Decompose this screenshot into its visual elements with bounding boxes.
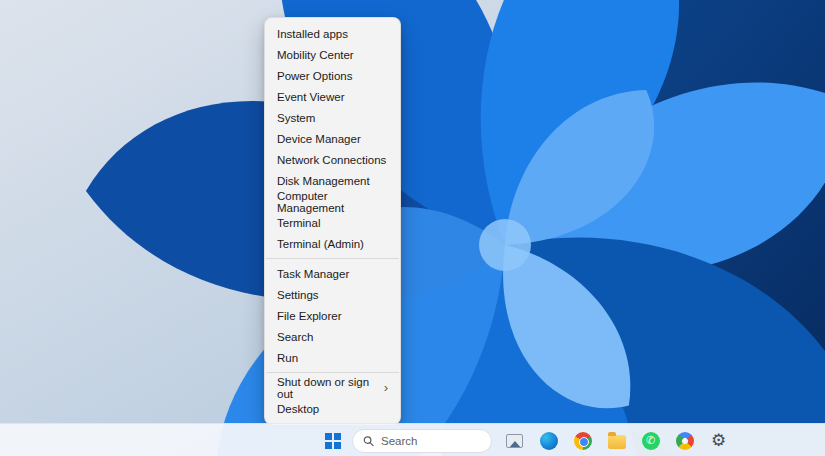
menu-item-disk-management[interactable]: Disk Management <box>269 170 396 191</box>
gear-icon: ⚙ <box>711 432 726 449</box>
photos-button[interactable] <box>672 428 697 453</box>
picture-app-button[interactable] <box>502 428 527 453</box>
wallpaper-bloom <box>0 0 825 456</box>
menu-item-settings[interactable]: Settings <box>269 284 396 305</box>
menu-item-system[interactable]: System <box>269 107 396 128</box>
whatsapp-icon: ✆ <box>642 432 660 450</box>
menu-item-installed-apps[interactable]: Installed apps <box>269 23 396 44</box>
chrome-icon <box>574 432 592 450</box>
menu-item-file-explorer[interactable]: File Explorer <box>269 305 396 326</box>
menu-item-event-viewer[interactable]: Event Viewer <box>269 86 396 107</box>
chrome-button[interactable] <box>570 428 595 453</box>
file-explorer-icon <box>608 435 626 449</box>
submenu-chevron-icon: › <box>384 381 388 394</box>
edge-button[interactable] <box>536 428 561 453</box>
menu-item-terminal[interactable]: Terminal <box>269 212 396 233</box>
menu-item-terminal-admin[interactable]: Terminal (Admin) <box>269 233 396 254</box>
menu-separator <box>266 372 399 373</box>
menu-item-desktop[interactable]: Desktop <box>269 398 396 419</box>
settings-button[interactable]: ⚙ <box>706 428 731 453</box>
windows-logo-icon <box>325 433 341 449</box>
menu-item-task-manager[interactable]: Task Manager <box>269 263 396 284</box>
whatsapp-button[interactable]: ✆ <box>638 428 663 453</box>
winx-menu: Installed apps Mobility Center Power Opt… <box>264 17 401 425</box>
menu-item-shut-down-or-sign-out[interactable]: Shut down or sign out › <box>269 377 396 398</box>
menu-item-run[interactable]: Run <box>269 347 396 368</box>
file-explorer-button[interactable] <box>604 428 629 453</box>
pinned-apps: ✆ ⚙ <box>502 428 731 453</box>
edge-icon <box>540 432 558 450</box>
desktop: Installed apps Mobility Center Power Opt… <box>0 0 825 456</box>
start-button[interactable] <box>321 429 345 453</box>
menu-item-network-connections[interactable]: Network Connections <box>269 149 396 170</box>
taskbar-search[interactable] <box>352 429 492 453</box>
search-input[interactable] <box>381 435 481 447</box>
menu-item-mobility-center[interactable]: Mobility Center <box>269 44 396 65</box>
menu-item-power-options[interactable]: Power Options <box>269 65 396 86</box>
menu-item-search[interactable]: Search <box>269 326 396 347</box>
menu-item-computer-management[interactable]: Computer Management <box>269 191 396 212</box>
menu-separator <box>266 258 399 259</box>
menu-item-device-manager[interactable]: Device Manager <box>269 128 396 149</box>
pinwheel-icon <box>672 428 697 453</box>
picture-icon <box>506 434 523 448</box>
taskbar: ✆ ⚙ <box>0 423 825 456</box>
search-icon <box>363 435 374 447</box>
